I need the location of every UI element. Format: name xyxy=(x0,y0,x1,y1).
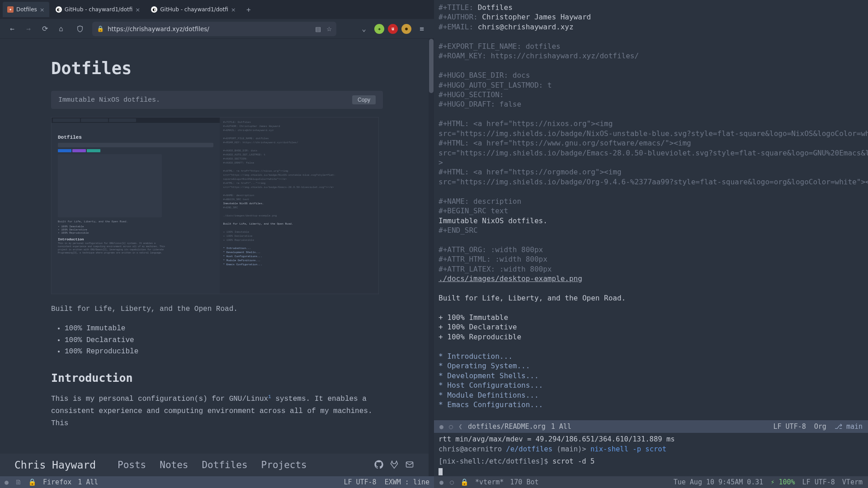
position: 1 All xyxy=(78,478,98,486)
major-mode: EXWM : line xyxy=(385,478,429,486)
reader-mode-icon[interactable]: ▤ xyxy=(315,25,321,33)
pocket-icon[interactable]: ⌄ xyxy=(357,22,371,36)
reload-button[interactable]: ⟳ xyxy=(38,22,52,36)
brand[interactable]: Chris Hayward xyxy=(14,459,96,471)
browser-tab[interactable]: ◐ GitHub - chayward1/dotfi × xyxy=(51,2,145,17)
ublock-icon[interactable]: u xyxy=(388,24,398,34)
gitlab-icon[interactable] xyxy=(390,460,399,470)
browser-tab-active[interactable]: ✦ Dotfiles × xyxy=(3,2,49,17)
github-icon[interactable] xyxy=(374,460,383,470)
buffer-name: Firefox xyxy=(43,478,71,486)
circle-icon: ● xyxy=(439,422,443,431)
hamburger-menu-icon[interactable]: ≡ xyxy=(415,22,429,36)
encoding: LF UTF-8 xyxy=(774,422,806,431)
scrollbar-track[interactable] xyxy=(429,39,434,476)
new-tab-button[interactable]: + xyxy=(242,3,255,16)
shield-icon[interactable] xyxy=(73,22,87,36)
vterm-prompt-line: chris@acernitro /e/dotfiles (main)> nix-… xyxy=(439,445,863,455)
vterm-line: rtt min/avg/max/mdev = 49.294/186.651/36… xyxy=(439,435,863,445)
left-modeline: ● 🗎 🔒 Firefox 1 All LF UTF-8 EXWM : line xyxy=(0,476,434,488)
nav-link-notes[interactable]: Notes xyxy=(160,460,188,470)
code-text: Immutable NixOS dotfiles. xyxy=(58,96,160,104)
intro-heading: Introduction xyxy=(51,371,383,385)
position: 170 Bot xyxy=(510,478,538,486)
copy-button[interactable]: Copy xyxy=(352,95,376,104)
browser-toolbar: ← → ⟳ ⌂ 🔒 https://chrishayward.xyz/dotfi… xyxy=(0,19,434,39)
org-modeline: ● ○ ❮ dotfiles/README.org 1 All LF UTF-8… xyxy=(434,420,868,433)
buffer-name: *vterm* xyxy=(475,478,504,486)
clock: Tue Aug 10 9:45AM 0.31 xyxy=(674,478,764,486)
vterm-prompt-line: [nix-shell:/etc/dotfiles]$ scrot -d 5 xyxy=(439,457,863,467)
intro-paragraph: This is my personal configuration(s) for… xyxy=(51,393,383,430)
back-button[interactable]: ← xyxy=(5,22,19,36)
tab-title: GitHub - chayward1/dotfi xyxy=(65,6,133,13)
major-mode: VTerm xyxy=(842,478,863,486)
close-icon[interactable]: × xyxy=(40,6,45,13)
cursor xyxy=(439,468,443,475)
file-icon: 🗎 xyxy=(15,478,22,486)
major-mode: Org xyxy=(814,422,826,431)
close-icon[interactable]: × xyxy=(135,6,140,13)
extension-badge[interactable]: ● xyxy=(401,24,411,34)
list-item: 100% Immutable xyxy=(65,323,383,335)
desktop-screenshot-image: Dotfiles Built for Life, Liberty, and th… xyxy=(51,117,379,294)
encoding: LF UTF-8 xyxy=(802,478,835,486)
encoding: LF UTF-8 xyxy=(344,478,376,486)
lock-icon: 🔒 xyxy=(460,478,469,486)
tab-title: Dotfiles xyxy=(16,6,37,13)
summary-code-block: Immutable NixOS dotfiles. Copy xyxy=(51,91,383,109)
vterm-modeline: ● ○ 🔒 *vterm* 170 Bot Tue Aug 10 9:45AM … xyxy=(434,476,868,488)
github-icon: ◐ xyxy=(151,6,157,13)
close-icon[interactable]: × xyxy=(231,6,236,13)
forward-button[interactable]: → xyxy=(22,22,35,36)
org-buffer[interactable]: #+TITLE: Dotfiles#+AUTHOR: Christopher J… xyxy=(434,0,868,420)
nav-link-projects[interactable]: Projects xyxy=(261,460,307,470)
nav-link-dotfiles[interactable]: Dotfiles xyxy=(202,460,247,470)
git-branch: ⎇ main xyxy=(835,422,863,431)
list-item: 100% Reproducible xyxy=(65,346,383,358)
bookmark-star-icon[interactable]: ☆ xyxy=(326,25,332,33)
list-item: 100% Declarative xyxy=(65,335,383,347)
site-nav: Chris Hayward Posts Notes Dotfiles Proje… xyxy=(0,454,429,476)
position: 1 All xyxy=(551,422,571,431)
url-bar[interactable]: 🔒 https://chrishayward.xyz/dotfiles/ ▤ ☆ xyxy=(92,22,336,36)
page-viewport: Dotfiles Immutable NixOS dotfiles. Copy … xyxy=(0,39,434,476)
chevron-left-icon: ❮ xyxy=(458,422,462,431)
page-title: Dotfiles xyxy=(51,59,383,78)
scrollbar-thumb[interactable] xyxy=(429,39,434,93)
nav-link-posts[interactable]: Posts xyxy=(118,460,146,470)
footnote-ref[interactable]: 1 xyxy=(268,394,271,399)
vterm-buffer[interactable]: rtt min/avg/max/mdev = 49.294/186.651/36… xyxy=(434,433,868,476)
tab-title: GitHub - chayward1/dotfi xyxy=(160,6,228,13)
favicon: ✦ xyxy=(7,6,14,13)
home-button[interactable]: ⌂ xyxy=(54,22,68,36)
circle-icon: ○ xyxy=(449,422,453,431)
browser-tab-strip: ✦ Dotfiles × ◐ GitHub - chayward1/dotfi … xyxy=(0,0,434,19)
mail-icon[interactable] xyxy=(405,460,414,470)
battery-indicator: ⚡ 100% xyxy=(770,478,795,486)
circle-icon: ● xyxy=(439,478,443,486)
buffer-path: dotfiles/README.org xyxy=(468,422,546,431)
circle-icon: ● xyxy=(5,478,9,486)
tagline: Built for Life, Liberty, and the Open Ro… xyxy=(51,305,383,313)
lock-icon: 🔒 xyxy=(28,478,37,486)
browser-tab[interactable]: ◐ GitHub - chayward1/dotfi × xyxy=(146,2,241,17)
url-text: https://chrishayward.xyz/dotfiles/ xyxy=(108,25,315,33)
lock-icon: 🔒 xyxy=(97,25,104,32)
github-icon: ◐ xyxy=(56,6,62,13)
feature-list: 100% Immutable 100% Declarative 100% Rep… xyxy=(51,323,383,358)
extension-badge[interactable]: ✚ xyxy=(374,24,384,34)
circle-icon: ○ xyxy=(450,478,454,486)
